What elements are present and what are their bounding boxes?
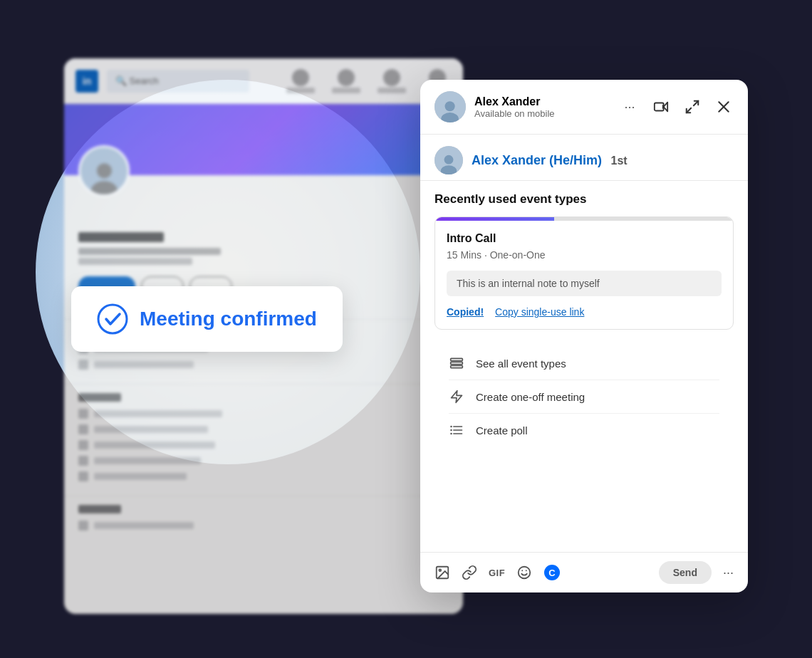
user-status: Available on mobile bbox=[474, 108, 611, 119]
svg-rect-16 bbox=[451, 365, 463, 367]
see-all-label: See all event types bbox=[476, 357, 566, 370]
link-button[interactable] bbox=[462, 565, 477, 580]
user-info: Alex Xander Available on mobile bbox=[474, 95, 611, 119]
chat-panel: Alex Xander Available on mobile ··· bbox=[420, 80, 748, 592]
avatar bbox=[434, 91, 466, 122]
video-call-button[interactable] bbox=[651, 97, 671, 117]
event-card-links: Copied! Copy single-use link bbox=[447, 306, 722, 318]
svg-point-12 bbox=[444, 155, 454, 164]
see-all-event-types-item[interactable]: See all event types bbox=[449, 347, 719, 380]
svg-rect-5 bbox=[655, 103, 664, 111]
event-card: Intro Call 15 Mins · One-on-One This is … bbox=[434, 216, 734, 330]
meeting-confirmed-text: Meeting confirmed bbox=[140, 308, 317, 330]
chat-profile-row: Alex Xander (He/Him) 1st bbox=[420, 135, 748, 181]
image-icon bbox=[434, 565, 450, 580]
svg-point-2 bbox=[98, 305, 127, 333]
emoji-icon bbox=[516, 565, 532, 580]
create-one-off-label: Create one-off meeting bbox=[476, 391, 585, 403]
scene: in 🔍 Search bbox=[64, 37, 748, 621]
svg-point-26 bbox=[519, 567, 531, 579]
image-button[interactable] bbox=[434, 565, 450, 580]
more-button[interactable]: ··· bbox=[620, 97, 640, 117]
chat-profile-info: Alex Xander (He/Him) 1st bbox=[472, 153, 628, 168]
expand-icon bbox=[685, 99, 700, 115]
check-circle-icon bbox=[97, 303, 128, 335]
emoji-button[interactable] bbox=[516, 565, 532, 580]
link-icon bbox=[462, 565, 477, 580]
chat-profile-name: Alex Xander (He/Him) bbox=[472, 153, 602, 167]
bg-search: 🔍 Search bbox=[107, 70, 249, 93]
chat-avatar bbox=[434, 146, 463, 174]
svg-point-0 bbox=[96, 163, 111, 178]
event-card-subtitle: 15 Mins · One-on-One bbox=[447, 249, 722, 261]
event-types-section: Recently used event types Intro Call 15 … bbox=[420, 181, 748, 464]
event-types-title: Recently used event types bbox=[434, 192, 734, 207]
panel-footer: GIF C Send ··· bbox=[420, 552, 748, 592]
svg-point-1 bbox=[91, 182, 118, 194]
svg-marker-17 bbox=[452, 391, 462, 403]
svg-text:C: C bbox=[548, 568, 556, 578]
footer-more-icon: ··· bbox=[723, 565, 734, 580]
panel-header: Alex Xander Available on mobile ··· bbox=[420, 80, 748, 135]
svg-point-25 bbox=[439, 569, 441, 571]
svg-point-13 bbox=[441, 165, 457, 174]
create-poll-label: Create poll bbox=[476, 424, 528, 437]
user-name: Alex Xander bbox=[474, 95, 611, 108]
lightning-icon bbox=[449, 389, 464, 404]
svg-rect-7 bbox=[662, 105, 664, 109]
gif-button[interactable]: GIF bbox=[489, 568, 505, 578]
copied-link[interactable]: Copied! bbox=[447, 306, 484, 318]
close-button[interactable] bbox=[714, 97, 734, 117]
create-poll-item[interactable]: Create poll bbox=[449, 414, 719, 446]
send-label: Send bbox=[673, 567, 697, 578]
poll-icon bbox=[449, 422, 464, 438]
list-icon bbox=[449, 355, 464, 371]
menu-items: See all event types Create one-off meeti… bbox=[434, 341, 734, 452]
send-button[interactable]: Send bbox=[659, 561, 712, 584]
event-card-body: Intro Call 15 Mins · One-on-One This is … bbox=[435, 221, 733, 329]
bg-logo: in bbox=[76, 70, 98, 93]
header-actions: ··· bbox=[620, 97, 734, 117]
copy-single-use-link[interactable]: Copy single-use link bbox=[495, 306, 584, 318]
expand-button[interactable] bbox=[682, 97, 702, 117]
footer-more-button[interactable]: ··· bbox=[723, 565, 734, 580]
event-card-note: This is an internal note to myself bbox=[447, 271, 722, 296]
calendly-button[interactable]: C bbox=[543, 564, 561, 581]
connection-badge: 1st bbox=[611, 155, 628, 167]
svg-rect-15 bbox=[451, 362, 463, 364]
svg-point-3 bbox=[445, 101, 455, 111]
svg-rect-14 bbox=[451, 358, 463, 360]
gif-label: GIF bbox=[489, 568, 505, 578]
panel-body[interactable]: Alex Xander (He/Him) 1st Recently used e… bbox=[420, 135, 748, 552]
event-card-title: Intro Call bbox=[447, 232, 722, 245]
close-icon bbox=[717, 100, 731, 114]
video-camera-icon bbox=[653, 99, 669, 115]
create-one-off-meeting-item[interactable]: Create one-off meeting bbox=[449, 380, 719, 414]
svg-point-4 bbox=[442, 113, 459, 122]
calendly-icon: C bbox=[543, 564, 561, 581]
meeting-confirmed-card: Meeting confirmed bbox=[71, 286, 343, 352]
